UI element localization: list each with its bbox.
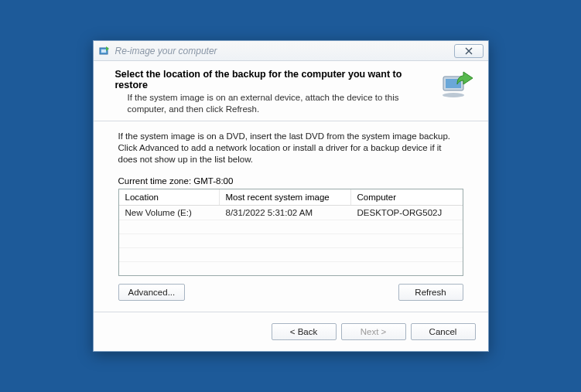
table-header: Location Most recent system image Comput… [119, 189, 463, 206]
timezone-label: Current time zone: GMT-8:00 [94, 165, 488, 189]
cancel-button[interactable]: Cancel [411, 323, 476, 340]
back-button[interactable]: < Back [272, 323, 337, 340]
cell-location: New Volume (E:) [119, 206, 220, 220]
empty-row [119, 233, 463, 247]
mid-button-row: Advanced... Refresh [94, 276, 488, 310]
col-location: Location [119, 189, 220, 205]
empty-row [119, 220, 463, 233]
refresh-button[interactable]: Refresh [398, 284, 463, 301]
empty-row [119, 261, 463, 275]
header-text: Select the location of the backup for th… [115, 69, 432, 114]
col-image: Most recent system image [220, 189, 351, 205]
table-row[interactable]: New Volume (E:) 8/31/2022 5:31:02 AM DES… [119, 206, 463, 220]
recovery-icon [440, 69, 476, 100]
window-title: Re-image your computer [115, 46, 449, 56]
advanced-button[interactable]: Advanced... [118, 284, 186, 301]
svg-rect-1 [101, 49, 106, 53]
cell-computer: DESKTOP-ORG502J [351, 206, 463, 220]
header-heading: Select the location of the backup for th… [115, 69, 432, 90]
svg-point-4 [443, 93, 464, 97]
backup-table[interactable]: Location Most recent system image Comput… [118, 189, 463, 276]
next-button: Next > [341, 323, 406, 340]
footer-divider [94, 312, 488, 312]
wizard-footer: < Back Next > Cancel [94, 314, 488, 351]
header-description: If the system image is on an external de… [115, 92, 432, 114]
col-computer: Computer [351, 189, 463, 205]
header-block: Select the location of the backup for th… [94, 61, 488, 119]
body-instructions: If the system image is on a DVD, insert … [94, 121, 488, 165]
titlebar: Re-image your computer [94, 41, 488, 61]
empty-row [119, 247, 463, 261]
app-icon [98, 45, 111, 57]
close-button[interactable] [454, 44, 484, 58]
close-icon [465, 47, 473, 55]
cell-image: 8/31/2022 5:31:02 AM [220, 206, 351, 220]
reimage-window: Re-image your computer Select the locati… [93, 40, 489, 352]
